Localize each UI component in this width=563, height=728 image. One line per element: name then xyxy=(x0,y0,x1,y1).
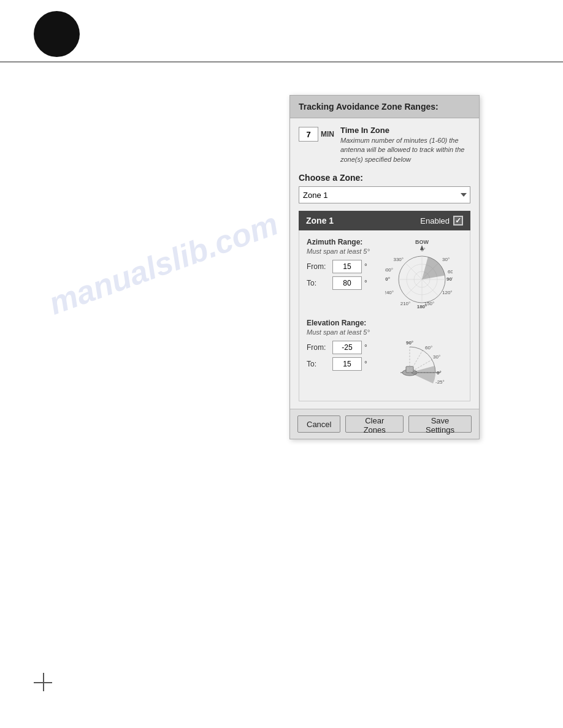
elevation-diagram: 90° 60° 30° 0° -25° xyxy=(376,319,462,386)
elevation-from-input[interactable] xyxy=(332,341,362,354)
elevation-subtitle: Must span at least 5° xyxy=(307,328,370,336)
svg-text:180°: 180° xyxy=(417,304,427,309)
elevation-section: Elevation Range: Must span at least 5° F… xyxy=(307,319,462,386)
top-horizontal-line xyxy=(0,61,563,63)
svg-text:-25°: -25° xyxy=(435,379,445,385)
svg-text:90°: 90° xyxy=(406,340,413,346)
bottom-cross-decoration xyxy=(34,673,52,691)
choose-zone-label: Choose a Zone: xyxy=(299,173,470,183)
elevation-controls: Elevation Range: Must span at least 5° F… xyxy=(307,319,370,386)
enabled-group: Enabled xyxy=(420,216,463,226)
top-circle-decoration xyxy=(34,11,80,57)
svg-text:300°: 300° xyxy=(385,267,393,273)
svg-text:60°: 60° xyxy=(425,345,432,351)
compass-svg: BOW 0° 30° 60° 90° 120° 150° 180° 210° 2… xyxy=(385,238,453,311)
svg-text:120°: 120° xyxy=(442,290,453,295)
azimuth-to-degree: ° xyxy=(364,279,367,287)
zone-select-wrapper: Zone 1 Zone 2 Zone 3 xyxy=(299,186,470,203)
watermark: manualslib.com xyxy=(44,205,283,322)
svg-text:0°: 0° xyxy=(437,370,442,376)
dialog-buttons: Cancel Clear Zones Save Settings xyxy=(290,409,479,439)
svg-text:30°: 30° xyxy=(433,354,440,360)
azimuth-compass-diagram: BOW 0° 30° 60° 90° 120° 150° 180° 210° 2… xyxy=(376,238,462,311)
azimuth-to-label: To: xyxy=(307,279,330,287)
azimuth-section: Azimuth Range: Must span at least 5° Fro… xyxy=(307,238,462,311)
elevation-to-label: To: xyxy=(307,360,330,368)
svg-text:210°: 210° xyxy=(400,301,411,306)
enabled-checkbox[interactable] xyxy=(453,216,463,226)
svg-text:0°: 0° xyxy=(421,247,426,252)
elevation-svg: 90° 60° 30° 0° -25° xyxy=(391,319,446,386)
clear-zones-button[interactable]: Clear Zones xyxy=(345,415,403,433)
svg-text:60°: 60° xyxy=(448,269,453,275)
elevation-title: Elevation Range: xyxy=(307,319,370,327)
dialog-title: Tracking Avoidance Zone Ranges: xyxy=(299,102,439,112)
time-in-zone-desc: Maximum number of minutes (1-60) the ant… xyxy=(340,136,470,164)
zone-select[interactable]: Zone 1 Zone 2 Zone 3 xyxy=(299,186,470,203)
azimuth-from-degree: ° xyxy=(364,262,367,271)
elevation-to-input[interactable] xyxy=(332,357,362,371)
time-in-zone-row: MIN Time In Zone Maximum number of minut… xyxy=(299,126,470,164)
elevation-from-degree: ° xyxy=(364,343,367,352)
azimuth-from-label: From: xyxy=(307,262,330,271)
elevation-from-label: From: xyxy=(307,343,330,352)
svg-text:90°: 90° xyxy=(446,276,453,282)
azimuth-from-input[interactable] xyxy=(332,260,362,273)
zone-content: Azimuth Range: Must span at least 5° Fro… xyxy=(299,230,470,401)
azimuth-to-input[interactable] xyxy=(332,276,362,290)
time-in-zone-input[interactable] xyxy=(299,127,318,142)
dialog-header: Tracking Avoidance Zone Ranges: xyxy=(290,96,479,118)
svg-text:330°: 330° xyxy=(394,257,404,262)
zone-name-label: Zone 1 xyxy=(306,216,334,226)
zone-header-bar: Zone 1 Enabled xyxy=(299,211,470,230)
azimuth-controls: Azimuth Range: Must span at least 5° Fro… xyxy=(307,238,370,311)
svg-text:BOW: BOW xyxy=(415,239,429,245)
azimuth-subtitle: Must span at least 5° xyxy=(307,248,370,255)
elevation-to-row: To: ° xyxy=(307,357,370,371)
elevation-from-row: From: ° xyxy=(307,341,370,354)
svg-text:240°: 240° xyxy=(385,290,394,295)
cancel-button[interactable]: Cancel xyxy=(297,415,340,433)
azimuth-to-row: To: ° xyxy=(307,276,370,290)
enabled-label: Enabled xyxy=(420,216,450,226)
time-unit-label: MIN xyxy=(321,130,334,138)
azimuth-title: Azimuth Range: xyxy=(307,238,370,246)
time-value-box: MIN xyxy=(299,127,334,142)
dialog-panel: Tracking Avoidance Zone Ranges: MIN Time… xyxy=(289,95,480,439)
time-description: Time In Zone Maximum number of minutes (… xyxy=(340,126,470,164)
elevation-to-degree: ° xyxy=(364,360,367,368)
save-settings-button[interactable]: Save Settings xyxy=(408,415,472,433)
svg-text:30°: 30° xyxy=(442,257,450,262)
time-in-zone-title: Time In Zone xyxy=(340,126,470,135)
dialog-body: MIN Time In Zone Maximum number of minut… xyxy=(290,118,479,409)
azimuth-from-row: From: ° xyxy=(307,260,370,273)
svg-text:270°: 270° xyxy=(385,276,390,282)
